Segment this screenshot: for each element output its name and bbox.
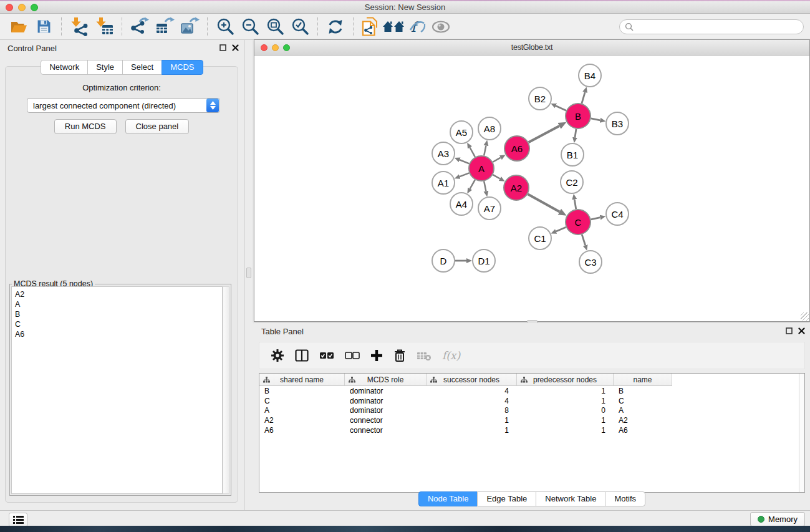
tab-motifs[interactable]: Motifs [605, 491, 645, 506]
search-input[interactable] [637, 22, 798, 31]
graph-node-A6[interactable]: A6 [504, 135, 530, 162]
table-cell[interactable]: dominator [345, 406, 427, 415]
table-cell[interactable]: 1 [517, 416, 614, 425]
zoom-selected-button[interactable] [287, 16, 312, 38]
table-cell[interactable]: 1 [517, 387, 614, 395]
delete-table-icon[interactable] [417, 350, 432, 361]
table-row[interactable]: Bdominator41B [259, 386, 804, 396]
tab-mcds[interactable]: MCDS [162, 60, 203, 75]
tab-network-table[interactable]: Network Table [536, 491, 605, 506]
graph-edge-B-B1[interactable] [575, 129, 576, 138]
add-column-icon[interactable] [370, 349, 383, 362]
network-canvas[interactable]: B4B2BB3A8A5A6B1A3AC2A1A2A4A7C4CC1C3DD1 [254, 56, 809, 321]
table-cell[interactable]: A [259, 406, 345, 415]
graph-edge-B-B3[interactable] [591, 118, 600, 120]
close-panel-icon[interactable] [798, 327, 805, 334]
network-titlebar[interactable]: testGlobe.txt [254, 40, 809, 56]
table-cell[interactable]: 0 [517, 406, 614, 415]
graph-node-A3[interactable]: A3 [432, 142, 455, 165]
close-panel-button[interactable]: Close panel [125, 119, 190, 134]
column-icon[interactable] [295, 349, 309, 362]
result-item[interactable]: A2 [15, 289, 222, 299]
table-cell[interactable]: C [614, 397, 672, 405]
import-table-button[interactable] [92, 16, 117, 38]
result-scrollbar[interactable] [223, 286, 229, 494]
table-cell[interactable]: dominator [345, 387, 427, 395]
table-cell[interactable]: A2 [614, 416, 672, 425]
table-cell[interactable]: dominator [345, 397, 427, 405]
save-session-button[interactable] [31, 16, 56, 38]
graph-node-A5[interactable]: A5 [450, 120, 473, 144]
float-panel-icon[interactable] [219, 44, 226, 51]
tab-edge-table[interactable]: Edge Table [477, 491, 536, 506]
result-item[interactable]: C [15, 319, 222, 329]
zoom-in-button[interactable] [213, 16, 238, 38]
graph-edge-A-A3[interactable] [460, 160, 469, 163]
select-all-icon[interactable] [319, 352, 334, 360]
tab-select[interactable]: Select [122, 60, 162, 75]
graph-node-A8[interactable]: A8 [478, 117, 501, 140]
column-header-MCDS-role[interactable]: MCDS role [345, 374, 427, 386]
task-history-button[interactable] [9, 513, 27, 527]
run-mcds-button[interactable]: Run MCDS [54, 119, 117, 134]
table-cell[interactable]: C [259, 397, 345, 405]
graph-node-A4[interactable]: A4 [450, 192, 473, 216]
table-cell[interactable]: 4 [427, 397, 517, 405]
table-cell[interactable]: 1 [427, 416, 517, 425]
graph-edge-C-C1[interactable] [556, 227, 566, 231]
table-cell[interactable]: 1 [427, 426, 517, 435]
search-field[interactable] [619, 19, 804, 34]
graph-node-B4[interactable]: B4 [578, 64, 602, 87]
table-cell[interactable]: B [259, 387, 345, 395]
graph-edge-A2-C[interactable] [528, 194, 559, 211]
graph-edge-A-A8[interactable] [484, 145, 486, 155]
table-cell[interactable]: A [614, 406, 672, 415]
memory-button[interactable]: Memory [750, 512, 805, 526]
column-header-name[interactable]: name [614, 374, 672, 386]
table-cell[interactable]: A6 [614, 426, 672, 435]
graph-node-C2[interactable]: C2 [560, 170, 584, 194]
import-network-button[interactable] [67, 16, 92, 38]
table-cell[interactable]: 1 [517, 426, 614, 435]
result-item[interactable]: B [15, 309, 222, 319]
hide-graphics-button[interactable]: f [406, 16, 428, 38]
graph-edge-B-B4[interactable] [582, 92, 585, 104]
graph-node-C[interactable]: C [565, 209, 591, 235]
table-cell[interactable]: A2 [259, 416, 345, 425]
table-row[interactable]: Adominator80A [259, 406, 804, 416]
deselect-all-icon[interactable] [345, 352, 360, 360]
column-header-predecessor-nodes[interactable]: predecessor nodes [517, 374, 614, 386]
function-builder-icon[interactable]: f(x) [442, 349, 460, 362]
trash-icon[interactable] [393, 349, 406, 362]
graph-node-A1[interactable]: A1 [432, 171, 455, 195]
gear-icon[interactable] [271, 349, 284, 362]
zoom-fit-button[interactable] [263, 16, 287, 38]
resize-grip[interactable] [801, 312, 809, 321]
table-cell[interactable]: connector [345, 426, 427, 435]
graph-edge-A-A5[interactable] [470, 148, 475, 157]
float-panel-icon[interactable] [786, 327, 793, 334]
table-cell[interactable]: connector [345, 416, 427, 425]
graph-edge-C-C2[interactable] [574, 200, 576, 210]
graph-node-A7[interactable]: A7 [478, 196, 501, 220]
close-panel-icon[interactable] [232, 44, 239, 51]
graph-node-B1[interactable]: B1 [561, 143, 584, 167]
graph-node-A2[interactable]: A2 [503, 175, 529, 201]
table-cell[interactable]: 1 [517, 397, 614, 405]
graph-edge-B-B2[interactable] [556, 106, 566, 111]
graph-node-C3[interactable]: C3 [579, 250, 602, 274]
graph-edge-A-A1[interactable] [460, 173, 469, 177]
graph-node-A[interactable]: A [468, 155, 494, 181]
tab-node-table[interactable]: Node Table [418, 491, 478, 506]
result-item[interactable]: A [15, 299, 222, 309]
node-table[interactable]: shared nameMCDS rolesuccessor nodesprede… [259, 373, 805, 493]
graph-node-C1[interactable]: C1 [528, 226, 552, 250]
graph-edge-A-A2[interactable] [493, 175, 499, 178]
table-row[interactable]: Cdominator41C [259, 396, 804, 406]
table-cell[interactable]: 8 [427, 406, 517, 415]
zoom-out-button[interactable] [238, 16, 263, 38]
graph-node-D1[interactable]: D1 [472, 249, 496, 273]
open-session-button[interactable] [6, 16, 31, 38]
tab-network[interactable]: Network [41, 60, 88, 75]
graph-edge-A6-B[interactable] [529, 126, 559, 142]
